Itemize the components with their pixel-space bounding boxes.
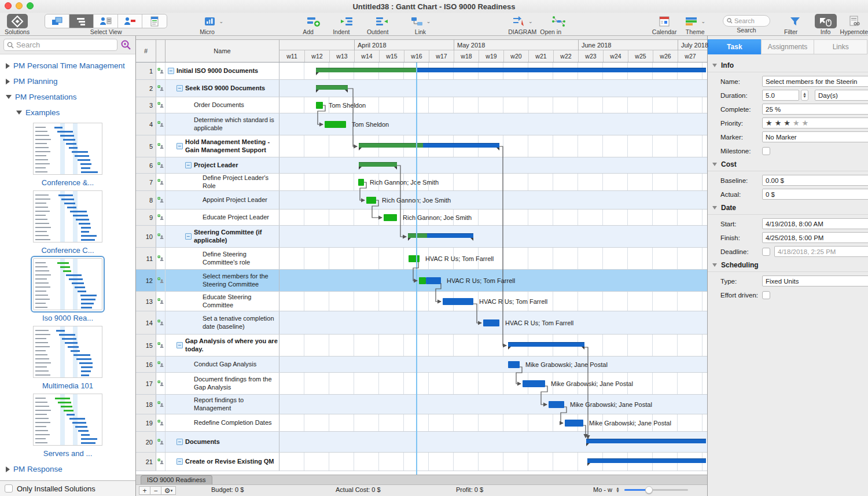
collapse-box-icon[interactable]: −: [176, 342, 183, 348]
task-chart-cell[interactable]: Tom Sheldon: [279, 113, 707, 135]
start-date-field[interactable]: 4/19/2018, 8:00 AM: [762, 218, 868, 229]
view-resource-usage-button[interactable]: [118, 14, 142, 28]
task-chart-cell[interactable]: [279, 135, 707, 157]
task-chart-cell[interactable]: HVAC R Us; Tom Farrell: [279, 248, 707, 269]
sidebar-item-examples[interactable]: Examples: [0, 105, 135, 120]
task-row-18[interactable]: 18Report findings to ManagementMike Grab…: [136, 395, 707, 414]
task-chart-cell[interactable]: HVAC R Us; Tom Farrell: [279, 292, 707, 311]
task-name-cell[interactable]: Appoint Project Leader: [165, 191, 279, 209]
task-row-3[interactable]: 3Order DocumentsTom Sheldon: [136, 97, 707, 113]
duration-field[interactable]: 5.0: [762, 90, 799, 101]
milestone-checkbox[interactable]: [762, 147, 770, 155]
task-chart-cell[interactable]: [279, 157, 707, 173]
effort-driven-checkbox[interactable]: [762, 291, 770, 299]
week-label[interactable]: w26: [653, 50, 678, 62]
view-resource-list-button[interactable]: [94, 14, 118, 28]
week-label[interactable]: w15: [379, 50, 404, 62]
zoom-stepper[interactable]: ▲▼: [616, 487, 620, 493]
task-chart-cell[interactable]: [279, 432, 707, 452]
task-name-cell[interactable]: Educate Project Leader: [165, 210, 279, 225]
task-name-cell[interactable]: Redefine Completion Dates: [165, 414, 279, 431]
task-row-12[interactable]: 12Select members for the Steering Commit…: [136, 270, 707, 292]
task-chart-cell[interactable]: Mike Grabowski; Jane Postal: [279, 395, 707, 414]
view-report-button[interactable]: [142, 14, 167, 28]
task-row-17[interactable]: 17Document findings from the Gap Analysi…: [136, 373, 707, 395]
collapse-box-icon[interactable]: −: [176, 143, 183, 149]
collapse-box-icon[interactable]: −: [168, 68, 174, 74]
week-label[interactable]: w18: [454, 50, 479, 62]
section-collapse-icon[interactable]: [712, 163, 717, 166]
week-label[interactable]: w12: [304, 50, 329, 62]
task-bar[interactable]: [325, 121, 346, 128]
duration-unit-dropdown[interactable]: Day(s)▲▼: [815, 90, 868, 101]
task-row-1[interactable]: 1−Initial ISO 9000 Documents: [136, 63, 707, 80]
task-row-16[interactable]: 16Conduct Gap AnalysisMike Grabowski; Ja…: [136, 357, 707, 373]
task-row-5[interactable]: 5−Hold Management Meeting - Gain Managem…: [136, 135, 707, 157]
task-name-cell[interactable]: Select members for the Steering Committe…: [165, 270, 279, 291]
task-chart-cell[interactable]: Mike Grabowski; Jane Postal: [279, 414, 707, 431]
task-bar[interactable]: [426, 277, 441, 284]
calendar-button[interactable]: Calendar: [652, 14, 677, 35]
task-bar[interactable]: [523, 380, 545, 387]
diagram-button[interactable]: ⌄ DIAGRAM: [508, 14, 536, 35]
week-label[interactable]: w11: [279, 50, 304, 62]
actual-cost-field[interactable]: 0 $: [762, 189, 868, 200]
column-header-number[interactable]: #: [136, 40, 156, 62]
collapse-arrow-icon[interactable]: [6, 95, 12, 99]
solution-thumbnail-6[interactable]: Iso 9000 Rea...: [0, 258, 135, 322]
minimize-window-button[interactable]: [16, 2, 23, 9]
sidebar-item-pm-presentations[interactable]: PM Presentations: [0, 89, 135, 105]
summary-bar[interactable]: [359, 162, 397, 167]
section-collapse-icon[interactable]: [712, 263, 717, 267]
sidebar-item-pm-response[interactable]: PM Response: [0, 461, 135, 477]
section-collapse-icon[interactable]: [712, 64, 717, 67]
task-chart-cell[interactable]: HVAC R Us; Tom Farrell: [279, 311, 707, 334]
task-chart-cell[interactable]: [279, 63, 707, 79]
task-name-cell[interactable]: Educate Steering Committee: [165, 292, 279, 311]
week-label[interactable]: w24: [603, 50, 628, 62]
task-bar[interactable]: [549, 401, 564, 408]
task-chart-cell[interactable]: [279, 453, 707, 471]
collapse-box-icon[interactable]: −: [176, 458, 183, 465]
task-row-11[interactable]: 11Define Steering Committee's roleHVAC R…: [136, 248, 707, 270]
solution-thumbnail-4[interactable]: Conference &...: [0, 123, 135, 187]
close-window-button[interactable]: [5, 2, 12, 9]
week-label[interactable]: w25: [628, 50, 653, 62]
only-installed-checkbox[interactable]: [5, 484, 13, 493]
task-bar[interactable]: [443, 298, 473, 305]
task-bar[interactable]: [366, 197, 376, 204]
task-bar[interactable]: [565, 420, 583, 427]
collapse-box-icon[interactable]: −: [176, 439, 183, 445]
task-bar[interactable]: [358, 179, 364, 186]
task-name-cell[interactable]: −Documents: [165, 432, 279, 452]
task-name-cell[interactable]: Define Steering Committee's role: [165, 248, 279, 269]
complete-field[interactable]: 25 %: [762, 104, 868, 115]
summary-bar[interactable]: [316, 68, 706, 72]
task-bar[interactable]: [483, 319, 499, 326]
task-name-cell[interactable]: Set a tenative completion date (baseline…: [165, 311, 279, 334]
week-label[interactable]: w22: [553, 50, 578, 62]
task-row-20[interactable]: 20−Documents: [136, 432, 707, 453]
task-row-19[interactable]: 19Redefine Completion DatesMike Grabowsk…: [136, 414, 707, 432]
stepper-control[interactable]: ▲▼: [801, 90, 808, 101]
task-bar[interactable]: [384, 214, 397, 221]
task-name-cell[interactable]: Report findings to Management: [165, 395, 279, 414]
timeline-zoom-slider[interactable]: [624, 489, 688, 491]
task-row-2[interactable]: 2−Seek ISO 9000 Documents: [136, 80, 707, 97]
finish-date-field[interactable]: 4/25/2018, 5:00 PM: [762, 232, 868, 243]
tab-links[interactable]: Links: [814, 39, 867, 54]
task-name-cell[interactable]: −Gap Analysis of where you are today.: [165, 335, 279, 356]
task-name-cell[interactable]: −Hold Management Meeting - Gain Manageme…: [165, 135, 279, 157]
task-name-cell[interactable]: −Create or Revise Existing QM: [165, 453, 279, 471]
solution-thumbnail-8[interactable]: Servers and ...: [0, 394, 135, 458]
toolbar-search-input[interactable]: Search: [723, 15, 770, 27]
week-label[interactable]: w17: [429, 50, 454, 62]
task-row-6[interactable]: 6−Project Leader: [136, 157, 707, 174]
task-row-8[interactable]: 8Appoint Project LeaderRich Gannon; Joe …: [136, 191, 707, 210]
task-chart-cell[interactable]: Rich Gannon; Joe Smith: [279, 191, 707, 209]
task-row-10[interactable]: 10−Steering Committee (if applicable): [136, 226, 707, 248]
task-row-7[interactable]: 7Define Project Leader's RoleRich Gannon…: [136, 174, 707, 191]
view-gantt-button[interactable]: [69, 14, 94, 28]
task-name-cell[interactable]: Order Documents: [165, 97, 279, 113]
week-label[interactable]: w19: [479, 50, 503, 62]
